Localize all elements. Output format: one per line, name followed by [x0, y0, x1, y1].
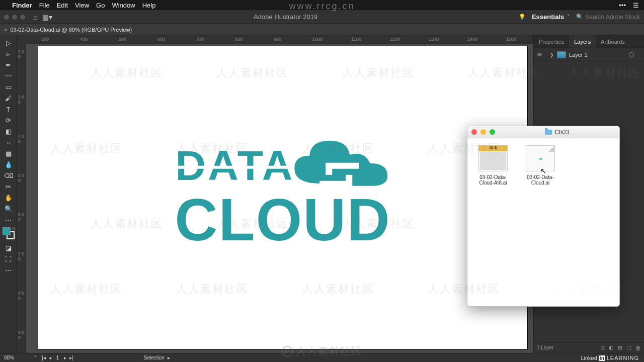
locate-object-icon[interactable]: ⊡	[600, 344, 605, 351]
artboard-nav-prev[interactable]: ◂	[49, 355, 51, 360]
ruler-tick: 8 0 0	[18, 291, 26, 301]
eraser-tool[interactable]: ⌫	[2, 170, 16, 181]
rotate-tool[interactable]: ⟳	[2, 115, 16, 126]
artboard-nav-last[interactable]: ▸|	[69, 355, 73, 360]
ruler-tick: 800	[235, 37, 243, 42]
tab-layers[interactable]: Layers	[569, 35, 596, 48]
artboard-number[interactable]: 1	[56, 355, 59, 360]
curvature-tool[interactable]: 〰	[2, 70, 16, 81]
swap-fill-stroke-icon[interactable]: ⇄	[12, 226, 16, 231]
ruler-tick: 5 0 0	[18, 173, 26, 183]
data-cloud-logo[interactable]: DATA CLOUD	[175, 136, 391, 246]
edit-toolbar-icon[interactable]: ⋯	[2, 264, 16, 276]
direct-selection-tool[interactable]: ▹	[2, 48, 16, 59]
artboard[interactable]: DATA CLOUD	[38, 46, 527, 349]
workspace-switcher[interactable]: Essentials	[532, 13, 564, 21]
artboard-nav-first[interactable]: |◂	[42, 355, 46, 360]
menubar-list-icon[interactable]: ☰	[633, 2, 639, 9]
zoom-tool[interactable]: 🔍	[2, 203, 16, 214]
finder-folder-name: Ch03	[554, 129, 569, 136]
search-icon[interactable]: 🔍	[576, 14, 583, 20]
tab-properties[interactable]: Properties	[534, 35, 569, 48]
toolbox-more[interactable]: ⋯	[2, 214, 16, 225]
selection-indicator	[638, 52, 641, 58]
finder-content[interactable]: 03-02-Data-Cloud-AI8.ai ☁ 03-02-Data-Clo…	[467, 138, 619, 193]
file-name: 03-02-Data-Cloud-AI8.ai	[474, 174, 512, 186]
screen-mode-icon[interactable]: ⛶	[2, 253, 16, 264]
layer-count: 1 Layer	[537, 345, 553, 350]
finder-titlebar[interactable]: Ch03	[467, 126, 619, 138]
make-clipping-mask-icon[interactable]: ◐	[609, 344, 614, 351]
file-item[interactable]: ☁ 03-02-Data-Cloud.ai	[522, 145, 559, 186]
mac-menubar: Finder File Edit View Go Window Help •••…	[0, 0, 644, 10]
artboard-tool[interactable]: ✂	[2, 181, 16, 192]
layer-row[interactable]: 👁 ❯ Layer 1	[534, 48, 644, 61]
ruler-tick: 500	[119, 37, 126, 42]
arrange-documents-button[interactable]: ▦▾	[42, 13, 52, 21]
target-icon[interactable]	[629, 52, 634, 57]
new-sublayer-icon[interactable]: ⊞	[618, 344, 622, 351]
ruler-tick: 900	[274, 37, 281, 42]
ruler-vertical[interactable]: 2 0 0 3 0 0 4 0 0 5 0 0 6 0 0 7 0 0 8 0 …	[17, 44, 26, 353]
ruler-tick: 1100	[351, 37, 361, 42]
canvas[interactable]: DATA CLOUD	[26, 44, 533, 353]
panel-tabs: Properties Layers Artboards	[534, 35, 644, 48]
zoom-dropdown-icon[interactable]: ˅	[34, 355, 37, 360]
fill-stroke-control[interactable]: ⇄	[3, 227, 15, 239]
chevron-down-icon[interactable]: ˅	[567, 14, 570, 20]
window-minimize-icon[interactable]	[12, 15, 17, 20]
rectangle-tool[interactable]: ▭	[2, 81, 16, 93]
finder-minimize-icon[interactable]	[480, 129, 486, 135]
finder-zoom-icon[interactable]	[490, 129, 495, 135]
finder-app-menu[interactable]: Finder	[12, 2, 32, 9]
color-mode-icon[interactable]: ◪	[2, 242, 16, 253]
ruler-tick: 3 0 0	[18, 95, 26, 105]
menubar-dots-icon[interactable]: •••	[619, 2, 626, 9]
type-tool[interactable]: T	[2, 104, 16, 115]
status-mode[interactable]: Selection	[144, 355, 165, 360]
window-close-icon[interactable]	[4, 15, 9, 20]
close-tab-icon[interactable]: ×	[4, 27, 7, 33]
delete-layer-icon[interactable]: 🗑	[635, 345, 641, 351]
menu-edit[interactable]: Edit	[57, 2, 68, 9]
status-dropdown-icon[interactable]: ▸	[168, 355, 170, 360]
search-input[interactable]: Search Adobe Stock	[585, 14, 640, 21]
document-tab[interactable]: × 03-02-Data-Cloud.ai @ 80% (RGB/GPU Pre…	[0, 24, 644, 35]
ruler-tick: 400	[80, 37, 88, 42]
visibility-icon[interactable]: 👁	[537, 52, 545, 58]
ruler-horizontal[interactable]: 300 400 500 600 700 800 900 1000 1100 12…	[17, 35, 533, 44]
hand-tool[interactable]: ✋	[2, 192, 16, 203]
gradient-tool[interactable]: ▦	[2, 148, 16, 159]
new-layer-icon[interactable]: ▢	[626, 344, 631, 351]
selection-tool[interactable]: ▷	[2, 37, 16, 48]
menu-go[interactable]: Go	[96, 2, 105, 9]
shape-builder-tool[interactable]: ◧	[2, 126, 16, 137]
file-thumbnail-ai: ☁	[526, 145, 555, 171]
paintbrush-tool[interactable]: 🖌	[2, 93, 16, 104]
logo-text-cloud: CLOUD	[175, 193, 391, 246]
statusbar: 80% ˅ |◂ ◂ 1 ▸ ▸| Selection ▸ Linked in …	[0, 353, 644, 362]
artboard-nav-next[interactable]: ▸	[64, 355, 66, 360]
home-button[interactable]: ⌂	[33, 13, 37, 21]
expand-layer-icon[interactable]: ❯	[550, 52, 557, 57]
ruler-tick: 7 0 0	[18, 251, 26, 261]
document-tab-label: 03-02-Data-Cloud.ai @ 80% (RGB/GPU Previ…	[10, 27, 132, 33]
width-tool[interactable]: ↔	[2, 137, 16, 148]
window-zoom-icon[interactable]	[20, 15, 25, 20]
eyedropper-tool[interactable]: 💧	[2, 159, 16, 170]
linkedin-learning-badge: Linked in LEARNING	[581, 355, 639, 361]
menu-file[interactable]: File	[39, 2, 50, 9]
menu-window[interactable]: Window	[112, 2, 135, 9]
menu-view[interactable]: View	[75, 2, 89, 9]
finder-close-icon[interactable]	[471, 129, 477, 135]
tab-artboards[interactable]: Artboards	[596, 35, 630, 48]
ruler-tick: 1000	[312, 37, 323, 42]
layer-name[interactable]: Layer 1	[569, 52, 629, 58]
menu-help[interactable]: Help	[142, 2, 156, 9]
finder-window[interactable]: Ch03 03-02-Data-Cloud-AI8.ai ☁ 03-02-Dat…	[467, 126, 620, 307]
discover-icon[interactable]: 💡	[519, 14, 526, 20]
fill-swatch[interactable]	[3, 227, 11, 235]
pen-tool[interactable]: ✒	[2, 59, 16, 70]
zoom-level[interactable]: 80%	[4, 355, 34, 360]
file-item[interactable]: 03-02-Data-Cloud-AI8.ai	[474, 145, 512, 186]
